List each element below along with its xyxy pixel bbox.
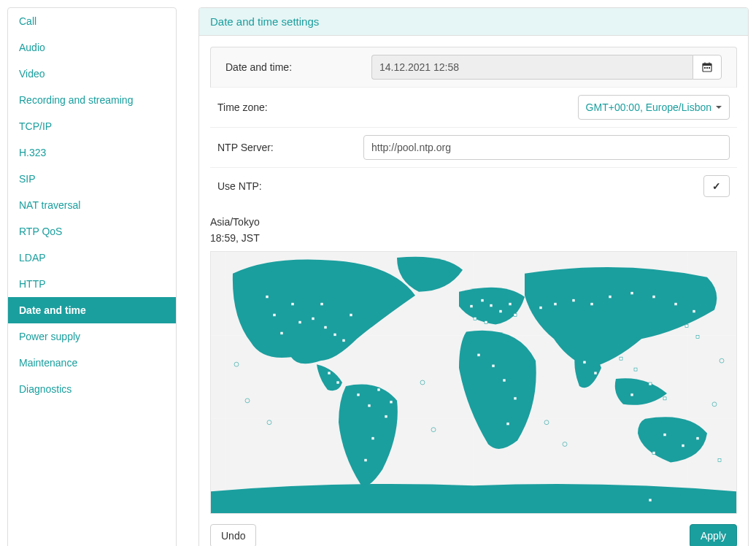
svg-rect-50 xyxy=(630,292,633,295)
datetime-input[interactable] xyxy=(371,55,693,80)
svg-point-72 xyxy=(720,358,724,363)
calendar-icon xyxy=(702,62,712,72)
svg-rect-12 xyxy=(298,320,301,323)
svg-rect-21 xyxy=(320,303,323,306)
svg-rect-32 xyxy=(470,305,473,308)
svg-rect-27 xyxy=(377,388,380,391)
sidebar-item-audio[interactable]: Audio xyxy=(8,34,176,61)
svg-rect-31 xyxy=(390,401,393,404)
timezone-label: Time zone: xyxy=(210,101,363,113)
sidebar-item-http[interactable]: HTTP xyxy=(8,271,176,297)
svg-rect-18 xyxy=(273,314,276,317)
svg-rect-56 xyxy=(620,357,622,360)
svg-rect-64 xyxy=(682,445,684,447)
svg-rect-51 xyxy=(652,296,655,299)
sidebar-item-call[interactable]: Call xyxy=(8,8,176,34)
sidebar-item-tcpip[interactable]: TCP/IP xyxy=(8,113,176,139)
svg-rect-43 xyxy=(514,397,517,400)
svg-point-75 xyxy=(544,420,549,425)
world-map-svg xyxy=(211,252,736,513)
svg-rect-59 xyxy=(630,393,633,396)
svg-rect-47 xyxy=(572,299,575,302)
sidebar-item-diagnostics[interactable]: Diagnostics xyxy=(8,376,176,402)
timezone-dropdown[interactable]: GMT+00:00, Europe/Lisbon xyxy=(578,95,730,120)
svg-rect-24 xyxy=(336,381,339,384)
svg-rect-28 xyxy=(385,415,387,418)
svg-rect-55 xyxy=(594,372,597,374)
ntp-server-input[interactable] xyxy=(363,135,730,160)
svg-rect-13 xyxy=(312,318,315,320)
svg-point-71 xyxy=(431,428,436,432)
apply-button[interactable]: Apply xyxy=(690,524,737,546)
svg-rect-44 xyxy=(506,423,509,426)
panel-title: Date and time settings xyxy=(199,8,748,36)
svg-rect-35 xyxy=(499,310,502,313)
sidebar-item-h323[interactable]: H.323 xyxy=(8,139,176,166)
svg-rect-25 xyxy=(357,393,360,396)
use-ntp-checkbox[interactable]: ✓ xyxy=(703,175,730,197)
svg-rect-23 xyxy=(328,372,331,374)
map-hover-info: Asia/Tokyo 18:59, JST xyxy=(210,204,737,251)
sidebar-item-video[interactable]: Video xyxy=(8,61,176,87)
timezone-selected: GMT+00:00, Europe/Lisbon xyxy=(586,101,711,113)
svg-rect-6 xyxy=(709,67,710,69)
sidebar-item-nat[interactable]: NAT traversal xyxy=(8,192,176,218)
svg-rect-40 xyxy=(477,353,480,356)
svg-rect-14 xyxy=(324,326,327,328)
svg-rect-63 xyxy=(663,434,666,437)
svg-rect-62 xyxy=(696,335,699,338)
svg-rect-34 xyxy=(490,304,493,307)
settings-panel: Date and time settings Date and time: xyxy=(198,7,749,546)
svg-rect-22 xyxy=(350,314,352,317)
svg-rect-17 xyxy=(280,331,283,334)
svg-rect-16 xyxy=(342,339,345,342)
undo-button[interactable]: Undo xyxy=(210,524,256,546)
svg-point-73 xyxy=(712,402,717,407)
svg-rect-38 xyxy=(474,318,477,320)
svg-rect-30 xyxy=(364,458,367,461)
svg-rect-15 xyxy=(333,333,336,336)
map-hover-time: 18:59, JST xyxy=(210,232,737,244)
svg-point-69 xyxy=(267,420,271,425)
svg-rect-46 xyxy=(554,303,557,306)
svg-rect-36 xyxy=(509,303,512,306)
svg-rect-66 xyxy=(652,451,655,454)
sidebar-item-rtpqos[interactable]: RTP QoS xyxy=(8,218,176,245)
svg-rect-29 xyxy=(371,437,374,440)
svg-rect-54 xyxy=(583,361,586,364)
sidebar-item-date-time[interactable]: Date and time xyxy=(8,297,176,323)
svg-rect-65 xyxy=(696,437,699,440)
svg-rect-45 xyxy=(539,307,542,309)
svg-rect-48 xyxy=(590,303,593,306)
sidebar-item-sip[interactable]: SIP xyxy=(8,166,176,192)
svg-point-76 xyxy=(563,442,567,447)
use-ntp-label: Use NTP: xyxy=(210,180,363,192)
svg-rect-37 xyxy=(514,314,517,317)
chevron-down-icon xyxy=(716,106,722,109)
calendar-button[interactable] xyxy=(693,55,722,80)
svg-rect-61 xyxy=(685,324,688,327)
svg-rect-1 xyxy=(703,64,711,66)
svg-rect-57 xyxy=(634,368,637,371)
sidebar-item-power[interactable]: Power supply xyxy=(8,323,176,350)
svg-rect-49 xyxy=(609,296,612,299)
datetime-label: Date and time: xyxy=(218,61,371,73)
ntp-server-label: NTP Server: xyxy=(210,142,363,153)
map-hover-zone: Asia/Tokyo xyxy=(210,216,737,228)
sidebar-item-recording[interactable]: Recording and streaming xyxy=(8,87,176,113)
svg-rect-19 xyxy=(266,296,269,299)
sidebar-item-ldap[interactable]: LDAP xyxy=(8,245,176,271)
check-icon: ✓ xyxy=(712,180,721,192)
svg-rect-4 xyxy=(704,67,706,69)
svg-rect-67 xyxy=(718,458,721,461)
svg-rect-60 xyxy=(663,397,666,400)
svg-point-74 xyxy=(234,362,239,366)
timezone-map[interactable] xyxy=(210,251,737,514)
svg-point-68 xyxy=(245,399,250,403)
sidebar-item-maintenance[interactable]: Maintenance xyxy=(8,350,176,376)
svg-rect-33 xyxy=(481,299,484,302)
svg-rect-53 xyxy=(693,310,695,313)
svg-rect-41 xyxy=(492,364,495,367)
svg-rect-39 xyxy=(485,320,487,323)
svg-rect-20 xyxy=(291,303,294,306)
